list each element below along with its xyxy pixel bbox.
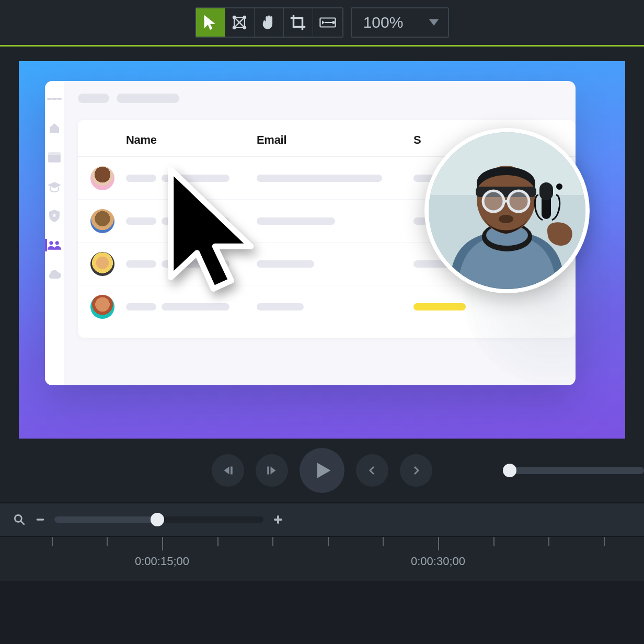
search-icon[interactable] [13, 513, 26, 526]
svg-point-10 [55, 241, 59, 245]
col-name: Name [126, 133, 257, 147]
crumb-placeholder [78, 94, 109, 103]
window-icon [47, 151, 62, 164]
cursor-icon [201, 14, 219, 31]
chevron-down-icon [429, 19, 439, 26]
zoom-value: 100% [363, 14, 404, 31]
webcam-bubble[interactable] [424, 128, 590, 293]
security-icon [47, 210, 62, 222]
slider-knob[interactable] [151, 513, 164, 526]
speed-slider[interactable] [504, 466, 644, 475]
step-forward-button[interactable] [256, 454, 288, 487]
next-marker-button[interactable] [400, 454, 432, 487]
cursor-arrow-icon [162, 165, 261, 295]
breadcrumb [78, 94, 576, 103]
slider-track [504, 467, 644, 474]
step-back-icon [220, 463, 236, 478]
svg-point-1 [243, 16, 247, 19]
slider-knob[interactable] [503, 464, 516, 477]
playback-controls [0, 439, 644, 502]
menu-icon [47, 93, 62, 105]
canvas[interactable]: Name Email S [19, 61, 625, 439]
svg-rect-26 [37, 519, 44, 521]
svg-point-0 [233, 16, 236, 19]
svg-rect-8 [48, 152, 61, 155]
canvas-area: Name Email S [0, 47, 644, 439]
prev-marker-button[interactable] [356, 454, 388, 487]
play-icon [310, 459, 334, 482]
mock-sidebar [45, 81, 64, 385]
animation-tool[interactable] [313, 8, 342, 37]
slider-fill [54, 516, 155, 523]
avatar [90, 252, 114, 276]
svg-rect-24 [267, 467, 269, 475]
timeline-zoom-slider[interactable] [54, 516, 263, 523]
time-label: 0:00:30;00 [411, 555, 465, 568]
svg-point-25 [15, 515, 21, 522]
webcam-illustration [429, 132, 585, 289]
crop-tool[interactable] [284, 8, 313, 37]
chevron-left-icon [366, 464, 378, 477]
svg-point-2 [233, 26, 236, 30]
crop-icon [289, 14, 307, 31]
transform-tool[interactable] [225, 8, 255, 37]
home-icon [47, 122, 62, 134]
timeline-ruler[interactable]: 0:00:15;00 0:00:30;00 [0, 537, 644, 581]
zoom-dropdown[interactable]: 100% [351, 7, 450, 38]
step-back-button[interactable] [212, 454, 244, 487]
users-icon [45, 239, 62, 251]
col-email: Email [257, 133, 413, 147]
svg-point-17 [483, 191, 504, 212]
svg-point-18 [508, 191, 529, 212]
cloud-icon [47, 268, 62, 281]
crumb-placeholder [117, 94, 179, 103]
svg-point-9 [49, 241, 53, 245]
zoom-out-button[interactable] [34, 514, 46, 525]
timeline-zoom-bar [0, 502, 644, 537]
pan-tool[interactable] [255, 8, 284, 37]
time-label: 0:00:15;00 [135, 555, 189, 568]
tool-group [195, 7, 343, 38]
svg-marker-5 [322, 20, 325, 24]
step-forward-icon [264, 463, 280, 478]
svg-point-6 [332, 21, 335, 24]
play-button[interactable] [300, 448, 344, 493]
svg-point-3 [243, 26, 247, 30]
avatar [90, 295, 114, 319]
top-toolbar: 100% [0, 0, 644, 45]
svg-point-19 [499, 215, 513, 223]
timeline-tracks[interactable] [0, 581, 644, 644]
zoom-in-button[interactable] [272, 513, 284, 526]
svg-point-22 [556, 183, 562, 190]
avatar [90, 166, 114, 190]
large-cursor-overlay [162, 165, 261, 297]
svg-rect-28 [274, 519, 282, 521]
chevron-right-icon [410, 464, 422, 477]
transform-icon [231, 14, 248, 31]
svg-rect-23 [231, 467, 233, 475]
select-tool[interactable] [196, 8, 225, 37]
avatar [90, 209, 114, 233]
svg-rect-21 [539, 182, 553, 200]
hand-icon [260, 14, 278, 31]
education-icon [47, 180, 62, 193]
animation-icon [319, 14, 337, 31]
